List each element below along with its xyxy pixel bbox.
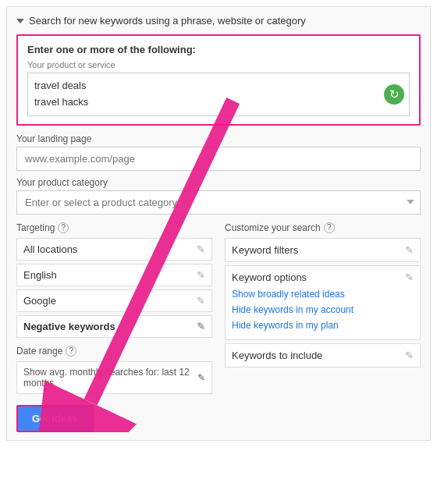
customize-title: Customize your search ? xyxy=(225,222,421,233)
edit-keywords-to-include-icon: ✎ xyxy=(405,350,414,361)
keywords-to-include-item[interactable]: Keywords to include ✎ xyxy=(225,343,421,367)
product-service-section: Enter one or more of the following: Your… xyxy=(16,34,421,126)
targeting-locations[interactable]: All locations ✎ xyxy=(16,238,212,261)
two-col-layout: Targeting ? All locations ✎ English ✎ Go… xyxy=(16,222,421,432)
product-category-label: Your product category xyxy=(16,177,421,188)
product-category-wrapper xyxy=(16,190,421,215)
get-ideas-button[interactable]: Get ideas xyxy=(16,405,94,432)
main-container: Search for new keywords using a phrase, … xyxy=(6,6,431,441)
keyword-options-sublinks: Show broadly related ideas Hide keywords… xyxy=(232,286,354,334)
edit-keyword-options-icon: ✎ xyxy=(405,272,414,283)
targeting-negative-label: Negative keywords xyxy=(23,321,115,332)
edit-network-icon: ✎ xyxy=(197,295,205,307)
product-service-label: Your product or service xyxy=(27,60,410,69)
targeting-title: Targeting ? xyxy=(16,222,212,233)
landing-page-input[interactable] xyxy=(16,147,421,171)
targeting-locations-label: All locations xyxy=(23,243,77,255)
targeting-language[interactable]: English ✎ xyxy=(16,264,212,286)
edit-negative-icon: ✎ xyxy=(197,321,205,332)
enter-label: Enter one or more of the following: xyxy=(27,44,410,55)
product-category-group: Your product category xyxy=(16,177,421,215)
date-range-title: Date range ? xyxy=(16,346,212,357)
targeting-help-badge[interactable]: ? xyxy=(58,222,69,233)
landing-page-group: Your landing page xyxy=(16,133,421,171)
targeting-col: Targeting ? All locations ✎ English ✎ Go… xyxy=(16,222,212,432)
keyword-options-header: Keyword options ✎ xyxy=(232,272,414,283)
customize-col: Customize your search ? Keyword filters … xyxy=(225,222,421,432)
product-category-input[interactable] xyxy=(16,190,421,215)
keyword-options-label: Keyword options xyxy=(232,272,307,283)
landing-page-label: Your landing page xyxy=(16,133,421,144)
date-range-box[interactable]: Show avg. monthly searches for: last 12 … xyxy=(16,361,212,394)
section-header[interactable]: Search for new keywords using a phrase, … xyxy=(16,15,421,27)
refresh-button[interactable]: ↻ xyxy=(384,84,404,105)
hide-in-plan-link[interactable]: Hide keywords in my plan xyxy=(232,318,354,333)
edit-keyword-filters-icon: ✎ xyxy=(405,244,414,256)
keyword-filters-item[interactable]: Keyword filters ✎ xyxy=(225,238,421,262)
keyword-options-item[interactable]: Keyword options ✎ Show broadly related i… xyxy=(225,265,421,340)
edit-date-range-icon: ✎ xyxy=(197,372,205,383)
product-line-2: travel hacks xyxy=(34,94,381,111)
form-content: Enter one or more of the following: Your… xyxy=(16,34,421,432)
hide-in-account-link[interactable]: Hide keywords in my account xyxy=(232,302,354,318)
targeting-network[interactable]: Google ✎ xyxy=(16,289,212,312)
show-broadly-related-link[interactable]: Show broadly related ideas xyxy=(232,286,354,302)
date-range-section: Date range ? Show avg. monthly searches … xyxy=(16,346,212,394)
product-line-1: travel deals xyxy=(34,78,381,94)
edit-language-icon: ✎ xyxy=(197,269,205,281)
keyword-filters-label: Keyword filters xyxy=(232,244,298,256)
keywords-to-include-label: Keywords to include xyxy=(232,350,322,361)
targeting-negative-keywords[interactable]: Negative keywords ✎ xyxy=(16,315,212,338)
date-range-help-badge[interactable]: ? xyxy=(66,346,76,357)
targeting-network-label: Google xyxy=(23,295,56,307)
product-service-input[interactable]: travel deals travel hacks ↻ xyxy=(27,73,410,116)
section-title: Search for new keywords using a phrase, … xyxy=(29,15,306,27)
edit-locations-icon: ✎ xyxy=(197,243,205,255)
targeting-language-label: English xyxy=(23,269,57,281)
collapse-icon xyxy=(16,19,24,23)
date-range-text: Show avg. monthly searches for: last 12 … xyxy=(23,367,197,389)
customize-help-badge[interactable]: ? xyxy=(324,222,335,233)
